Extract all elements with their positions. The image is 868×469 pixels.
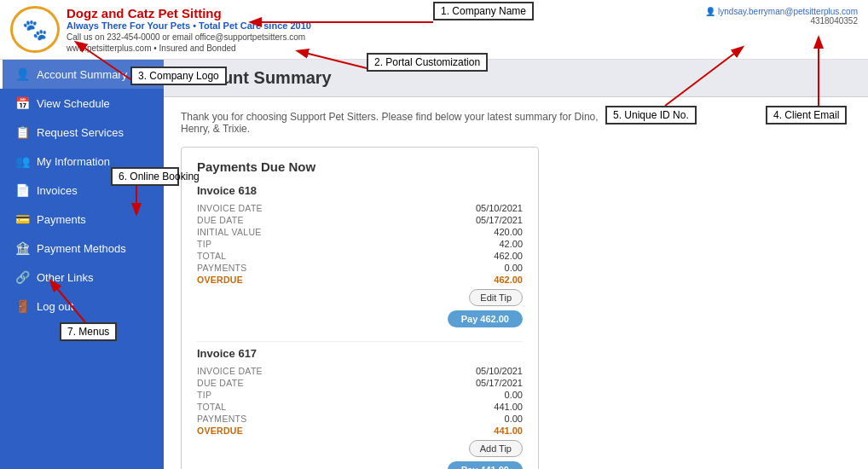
header: 🐾 Dogz and Catz Pet Sitting Always There… bbox=[0, 0, 868, 60]
sidebar-item-payment-methods[interactable]: 🏦 Payment Methods bbox=[0, 234, 164, 263]
sidebar-item-account-summary[interactable]: 👤 Account Summary bbox=[0, 60, 164, 89]
content-header: Account Summary bbox=[164, 60, 868, 97]
pay-462-button[interactable]: Pay 462.00 bbox=[448, 310, 523, 327]
other-links-icon: 🔗 bbox=[14, 270, 30, 284]
invoice-row: PAYMENTS 0.00 bbox=[197, 413, 523, 425]
invoice-617-actions: Add Tip Pay 441.00 bbox=[197, 440, 523, 469]
account-summary-icon: 👤 bbox=[14, 67, 30, 81]
invoice-overdue-row: OVERDUE 462.00 bbox=[197, 274, 523, 286]
edit-tip-button[interactable]: Edit Tip bbox=[469, 289, 523, 306]
sidebar-item-other-links[interactable]: 🔗 Other Links bbox=[0, 263, 164, 292]
content-area: Account Summary Thank you for choosing S… bbox=[164, 60, 868, 469]
payment-methods-icon: 🏦 bbox=[14, 241, 30, 255]
company-tagline: Always There For Your Pets • Total Pet C… bbox=[67, 20, 311, 31]
invoice-row: PAYMENTS 0.00 bbox=[197, 262, 523, 274]
invoice-row: TOTAL 462.00 bbox=[197, 250, 523, 262]
logo-image: 🐾 bbox=[10, 6, 60, 53]
sidebar-item-request-services[interactable]: 📋 Request Services bbox=[0, 118, 164, 147]
sidebar-label-log-out: Log out bbox=[37, 300, 73, 313]
page-title: Account Summary bbox=[181, 68, 851, 88]
view-schedule-icon: 📅 bbox=[14, 96, 30, 110]
sidebar-label-my-information: My Information bbox=[37, 155, 110, 168]
content-description: Thank you for choosing Support Pet Sitte… bbox=[181, 111, 607, 135]
sidebar-item-log-out[interactable]: 🚪 Log out bbox=[0, 292, 164, 321]
payments-icon: 💳 bbox=[14, 212, 30, 226]
invoice-row: INVOICE DATE 05/10/2021 bbox=[197, 202, 523, 214]
invoice-row: INITIAL VALUE 420.00 bbox=[197, 226, 523, 238]
invoice-617-title: Invoice 617 bbox=[197, 347, 523, 360]
request-services-icon: 📋 bbox=[14, 125, 30, 139]
sidebar-label-request-services: Request Services bbox=[37, 126, 124, 139]
sidebar-item-view-schedule[interactable]: 📅 View Schedule bbox=[0, 89, 164, 118]
sidebar: 👤 Account Summary 📅 View Schedule 📋 Requ… bbox=[0, 60, 164, 469]
sidebar-item-my-information[interactable]: 👥 My Information bbox=[0, 147, 164, 176]
sidebar-label-account-summary: Account Summary bbox=[37, 68, 127, 81]
invoice-row: DUE DATE 05/17/2021 bbox=[197, 377, 523, 389]
add-tip-button[interactable]: Add Tip bbox=[469, 440, 523, 457]
invoice-row: DUE DATE 05/17/2021 bbox=[197, 214, 523, 226]
my-information-icon: 👥 bbox=[14, 154, 30, 168]
invoice-row: TOTAL 441.00 bbox=[197, 401, 523, 413]
invoice-617: Invoice 617 INVOICE DATE 05/10/2021 DUE … bbox=[197, 347, 523, 469]
invoice-618-actions: Edit Tip Pay 462.00 bbox=[197, 289, 523, 327]
user-id: 4318040352 bbox=[705, 16, 858, 26]
invoices-icon: 📄 bbox=[14, 183, 30, 197]
invoice-618: Invoice 618 INVOICE DATE 05/10/2021 DUE … bbox=[197, 184, 523, 327]
company-contact: Call us on 232-454-0000 or email office@… bbox=[67, 32, 311, 42]
pay-441-button[interactable]: Pay 441.00 bbox=[448, 461, 523, 469]
payments-section-title: Payments Due Now bbox=[197, 159, 523, 174]
content-body: Thank you for choosing Support Pet Sitte… bbox=[164, 97, 868, 469]
invoice-row: INVOICE DATE 05/10/2021 bbox=[197, 365, 523, 377]
company-info: Dogz and Catz Pet Sitting Always There F… bbox=[67, 6, 311, 53]
company-name: Dogz and Catz Pet Sitting bbox=[67, 6, 311, 20]
sidebar-label-payments: Payments bbox=[37, 213, 86, 226]
sidebar-label-view-schedule: View Schedule bbox=[37, 97, 110, 110]
sidebar-item-payments[interactable]: 💳 Payments bbox=[0, 205, 164, 234]
invoice-row: TIP 0.00 bbox=[197, 389, 523, 401]
main-layout: 👤 Account Summary 📅 View Schedule 📋 Requ… bbox=[0, 60, 868, 469]
user-info: 👤 lyndsay.berryman@petsitterplus.com 431… bbox=[705, 7, 858, 26]
sidebar-label-other-links: Other Links bbox=[37, 271, 93, 284]
invoice-618-title: Invoice 618 bbox=[197, 184, 523, 197]
log-out-icon: 🚪 bbox=[14, 299, 30, 313]
sidebar-label-payment-methods: Payment Methods bbox=[37, 242, 126, 255]
user-email: 👤 lyndsay.berryman@petsitterplus.com bbox=[705, 7, 858, 16]
sidebar-label-invoices: Invoices bbox=[37, 184, 78, 197]
company-contact2: www.petsitterplus.com • Insured and Bond… bbox=[67, 43, 311, 53]
invoice-overdue-row: OVERDUE 441.00 bbox=[197, 425, 523, 437]
user-icon: 👤 bbox=[705, 7, 718, 16]
sidebar-item-invoices[interactable]: 📄 Invoices bbox=[0, 176, 164, 205]
company-logo-area: 🐾 Dogz and Catz Pet Sitting Always There… bbox=[10, 6, 311, 53]
payments-card: Payments Due Now Invoice 618 INVOICE DAT… bbox=[181, 147, 539, 469]
invoice-row: TIP 42.00 bbox=[197, 238, 523, 250]
